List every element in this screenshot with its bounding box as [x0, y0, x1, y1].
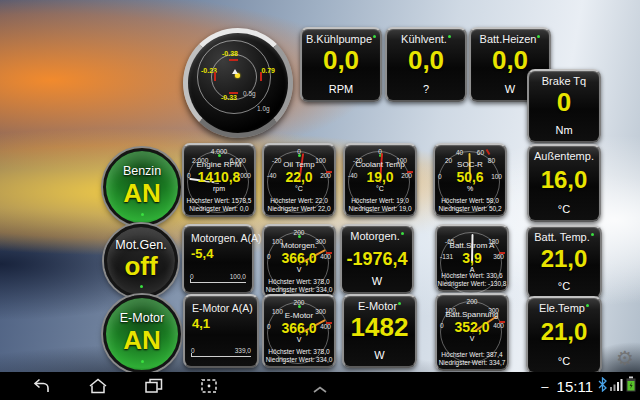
display-title: Außentemp.: [529, 150, 599, 162]
bar-scale-line: [191, 356, 251, 357]
gauge-emotor-volt[interactable]: 0 100 200 300 400 E-Motor 366,0 V Höchst…: [262, 294, 336, 368]
display-batt-temp[interactable]: Batt. Temp. 21,0 °C: [526, 225, 602, 299]
bar-display-motorgen-a[interactable]: Motorgen. A(A) -5,4 0 100,0: [182, 224, 254, 294]
gauge-unit: V: [437, 335, 507, 342]
button-e-motor[interactable]: E-Motor AN: [103, 295, 181, 373]
gauge-value: 366,0: [264, 320, 334, 336]
gauge-motorgen-volt[interactable]: 0 100 200 300 400 Motorgen. 366,0 V Höch…: [262, 224, 336, 298]
button-label: E-Motor: [106, 311, 178, 325]
g-right-tick: [260, 72, 262, 81]
gauge-title: SOC-R: [435, 160, 505, 169]
gauge-oil-temp[interactable]: -40 -20 0 100 200 Oil Temp 22,0 °C Höchs…: [262, 143, 336, 217]
button-benzin[interactable]: Benzin AN: [103, 148, 181, 226]
gauge-max-line: Höchster Wert: 22,0: [264, 197, 334, 204]
status-dot: [448, 35, 451, 38]
signal-icon: [610, 377, 623, 395]
display-unit: W: [344, 349, 415, 361]
bar-display-emotor-a[interactable]: E-Motor A(A) 4,1 0 339,0: [183, 294, 259, 368]
g-top-tick: [229, 59, 238, 61]
display-title: Batt.Heizen: [471, 33, 549, 45]
g-force-meter[interactable]: -0.38 -0.23 0.79 -0.33 0.5g 1.0g: [183, 28, 293, 138]
status-dot: [140, 285, 143, 288]
display-emotor-watt[interactable]: E-Motor 1482 W: [342, 294, 417, 368]
screenshot-icon[interactable]: [200, 378, 218, 394]
gauge-value: 1410,8: [184, 169, 254, 185]
redline-mark: [486, 149, 491, 155]
gauge-min-line: Niedrigster Wert: 334,7: [437, 359, 507, 366]
display-unit: RPM: [302, 83, 380, 95]
g-top-value: -0.38: [222, 50, 238, 57]
status-dot: [398, 302, 401, 305]
expand-chevron-icon[interactable]: [312, 379, 328, 397]
display-value: 0,0: [387, 47, 465, 73]
gauge-engine-rpm[interactable]: 0 2.000 4.000 6.000 8.000 Engine RPM 141…: [182, 143, 256, 217]
g-ring-label-inner: 0.5g: [243, 90, 256, 97]
status-dot: [401, 232, 404, 235]
display-motorgen-watt[interactable]: Motorgen. -1976,4 W: [340, 224, 414, 294]
display-value: 0: [529, 89, 599, 115]
button-value: AN: [106, 178, 178, 209]
notification-dash[interactable]: –: [541, 379, 548, 394]
gauge-min-line: Niedrigster Wert: 334,0: [264, 286, 334, 293]
battery-icon: [626, 376, 636, 396]
home-icon[interactable]: [88, 378, 108, 394]
gauge-coolant-temp[interactable]: -40 -20 0 100 200 Coolant Temp 19,0 °C H…: [343, 143, 417, 217]
display-b-kuehlpumpe[interactable]: B.Kühlpumpe 0,0 RPM: [300, 27, 382, 102]
tick-label: 200: [264, 299, 334, 306]
button-label: Benzin: [106, 164, 178, 178]
bluetooth-icon[interactable]: [598, 377, 607, 396]
gauge-soc-r[interactable]: 0 20 40 60 80 100 SOC-R 50,6 % Höchster …: [433, 143, 507, 217]
tick-label: 0: [345, 148, 415, 155]
g-right-value: 0.79: [261, 67, 275, 74]
bar-scale-max: 339,0: [235, 347, 251, 354]
bar-title: E-Motor A(A): [192, 302, 253, 314]
gauge-batt-spannung[interactable]: 0 100 200 300 400 Batt.Spannung 352,0 V …: [435, 293, 509, 371]
bar-scale-line: [190, 282, 246, 283]
tick-label: 60: [477, 149, 484, 156]
gauge-batt-strom[interactable]: -131 -65 180 360 Batt.Strom A 3,9 A Höch…: [435, 224, 509, 292]
gauge-min-line: Niedrigster Wert: 22,0: [264, 205, 334, 212]
settings-gear-icon[interactable]: ⚙: [616, 348, 634, 368]
display-value: 0,0: [302, 47, 380, 73]
gauge-min-line: Niedrigster Wert: 50,2: [435, 205, 505, 212]
gauge-title: Batt.Spannung: [437, 310, 507, 319]
tick-label: 200: [264, 229, 334, 236]
display-value: 16,0: [529, 168, 599, 192]
g-bottom-tick: [229, 92, 238, 94]
display-unit: °C: [528, 280, 600, 292]
back-icon[interactable]: [30, 378, 52, 394]
android-nav-bar: – 15:11: [0, 372, 640, 400]
display-unit: W: [342, 275, 412, 287]
display-value: -1976,4: [342, 250, 412, 268]
gauge-max-line: Höchster Wert: 378,0: [264, 278, 334, 285]
gauge-title: Coolant Temp: [345, 160, 415, 169]
bar-value: 4,1: [192, 316, 210, 331]
gauge-max-line: Höchster Wert: 19,0: [345, 197, 415, 204]
gauge-max-line: Höchster Wert: 387,4: [437, 351, 507, 358]
clock[interactable]: 15:11: [557, 378, 593, 395]
gauge-value: 19,0: [345, 169, 415, 185]
status-dot: [373, 35, 376, 38]
gauge-title: Oil Temp: [264, 160, 334, 169]
display-ele-temp[interactable]: Ele.Temp 21,0 °C: [526, 296, 602, 374]
tick-label: 4.000: [184, 148, 254, 155]
display-aussentemp[interactable]: Außentemp. 16,0 °C: [527, 144, 601, 222]
gauge-value: 50,6: [435, 169, 505, 185]
display-unit: °C: [528, 355, 600, 367]
button-mot-gen[interactable]: Mot.Gen. off: [104, 224, 178, 298]
display-brake-tq[interactable]: Brake Tq 0 Nm: [527, 69, 601, 143]
recent-apps-icon[interactable]: [144, 378, 164, 394]
tick-label: 200: [437, 298, 507, 305]
display-kuehlvent[interactable]: Kühlvent. 0,0 ?: [385, 27, 467, 102]
display-title: E-Motor: [344, 300, 415, 312]
display-title: Batt. Temp.: [528, 231, 600, 243]
gauge-value: 22,0: [264, 169, 334, 185]
tick-label: 0: [264, 148, 334, 155]
display-value: 21,0: [528, 320, 600, 344]
display-value: 1482: [344, 314, 415, 340]
status-dot: [537, 35, 540, 38]
gauge-max-line: Höchster Wert: 58,0: [435, 197, 505, 204]
g-force-dot: [235, 73, 240, 78]
gauge-min-line: Niedrigster Wert: 334,0: [264, 356, 334, 363]
gauge-unit: V: [264, 336, 334, 343]
